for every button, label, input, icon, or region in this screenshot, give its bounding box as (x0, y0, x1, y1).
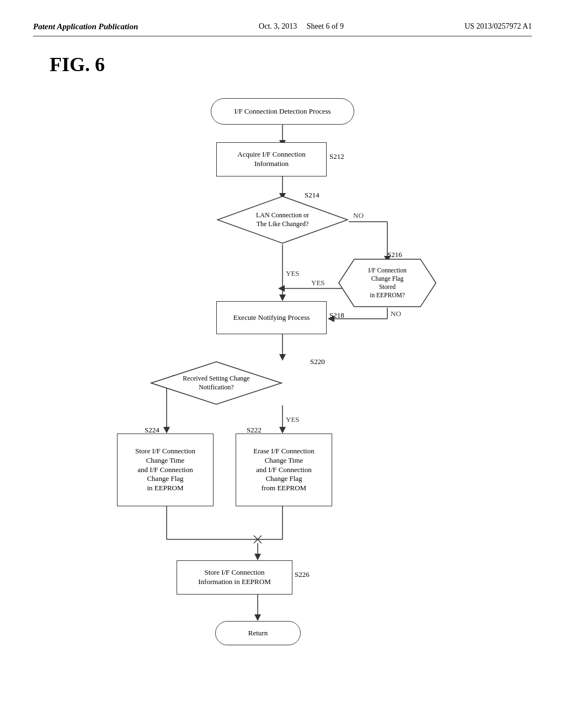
sheet-info: Sheet 6 of 9 (307, 22, 344, 30)
diagram-area: NO YES YES NO (33, 87, 532, 683)
publication-date: Oct. 3, 2013 (259, 22, 297, 30)
s218-label: Execute Notifying Process (233, 313, 310, 323)
flowchart: NO YES YES NO (95, 87, 470, 683)
svg-marker-25 (279, 427, 286, 433)
s222-label: Erase I/F ConnectionChange Timeand I/F C… (253, 447, 314, 493)
svg-line-31 (254, 536, 262, 543)
s218-ref: S218 (329, 311, 344, 320)
header-center: Oct. 3, 2013 Sheet 6 of 9 (259, 22, 344, 31)
s214-label: LAN Connection orThe Like Changed? (216, 195, 349, 244)
s216-label: I/F ConnectionChange FlagStoredin EEPROM… (338, 258, 437, 308)
svg-line-32 (254, 536, 262, 543)
svg-marker-12 (278, 285, 285, 292)
patent-number: US 2013/0257972 A1 (465, 22, 532, 31)
s216-ref: S216 (387, 250, 402, 259)
start-label: I/F Connection Detection Process (234, 107, 331, 116)
s212-label: Acquire I/F ConnectionInformation (237, 150, 305, 169)
figure-label: FIG. 6 (50, 53, 532, 76)
svg-text:NO: NO (391, 309, 401, 318)
svg-text:YES: YES (311, 279, 325, 287)
publication-title: Patent Application Publication (33, 22, 138, 31)
s224-label: Store I/F ConnectionChange Timeand I/F C… (135, 447, 195, 493)
s224-ref: S224 (145, 426, 159, 435)
s226-ref: S226 (295, 570, 310, 579)
page-header: Patent Application Publication Oct. 3, 2… (33, 22, 532, 36)
end-node: Return (215, 621, 301, 645)
s220-diamond-container: Received Setting ChangeNotification? (150, 361, 282, 405)
page: Patent Application Publication Oct. 3, 2… (0, 0, 565, 728)
s226-label: Store I/F ConnectionInformation in EEPRO… (198, 568, 270, 587)
s212-ref: S212 (329, 152, 344, 161)
end-label: Return (248, 629, 268, 638)
s220-label: Received Setting ChangeNotification? (150, 361, 282, 405)
s212-node: Acquire I/F ConnectionInformation (216, 142, 327, 176)
svg-marker-9 (279, 295, 286, 301)
s220-ref: S220 (310, 357, 325, 366)
start-node: I/F Connection Detection Process (211, 98, 354, 125)
s214-diamond-container: LAN Connection orThe Like Changed? (216, 195, 349, 244)
s222-node: Erase I/F ConnectionChange Timeand I/F C… (236, 433, 332, 506)
svg-marker-19 (279, 354, 286, 361)
s218-node: Execute Notifying Process (216, 301, 327, 334)
svg-text:NO: NO (353, 211, 364, 220)
s216-node: I/F ConnectionChange FlagStoredin EEPROM… (338, 258, 437, 308)
s224-node: Store I/F ConnectionChange Timeand I/F C… (117, 433, 214, 506)
s222-ref: S222 (247, 426, 262, 435)
svg-text:YES: YES (286, 269, 300, 277)
svg-text:YES: YES (286, 415, 300, 424)
svg-marker-36 (254, 614, 261, 621)
s226-node: Store I/F ConnectionInformation in EEPRO… (177, 560, 292, 595)
svg-marker-22 (163, 427, 170, 433)
svg-marker-34 (254, 554, 261, 560)
